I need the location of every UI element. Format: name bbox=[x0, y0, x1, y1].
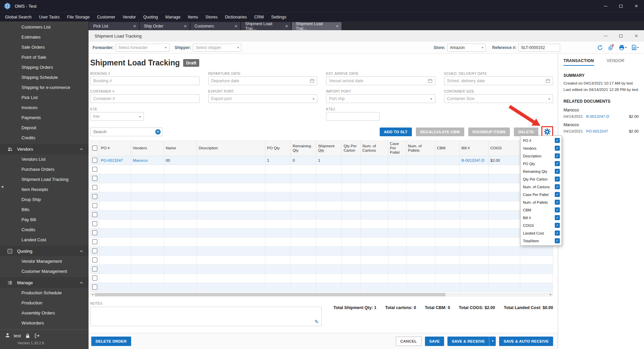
row-checkbox[interactable] bbox=[92, 158, 97, 163]
chooser-item-cbm[interactable]: CBM✓ bbox=[521, 206, 561, 214]
column-header-po-qty[interactable]: PO Qty bbox=[265, 141, 291, 156]
chooser-item-remaining-qty[interactable]: Remaining Qty✓ bbox=[521, 167, 561, 175]
chooser-item-bill[interactable]: Bill #✓ bbox=[521, 214, 561, 221]
sidebar-item-production-schedule[interactable]: Production Schedule bbox=[0, 288, 89, 298]
sidebar-item-pick-list[interactable]: Pick List bbox=[0, 93, 89, 103]
column-header-description[interactable]: Description bbox=[197, 141, 265, 156]
field-input-departure-date[interactable]: Departure date bbox=[208, 77, 318, 85]
row-checkbox[interactable] bbox=[92, 176, 97, 181]
document-ref-link[interactable]: PO-0013247 bbox=[586, 129, 608, 133]
close-icon[interactable]: ✕ bbox=[336, 24, 339, 29]
column-header-remaining-qty[interactable]: Remaining Qty bbox=[291, 141, 316, 156]
row-checkbox[interactable] bbox=[92, 203, 97, 208]
vendors-link[interactable]: Marocco bbox=[133, 158, 148, 162]
row-checkbox[interactable] bbox=[92, 212, 97, 217]
row-checkbox[interactable] bbox=[92, 239, 97, 244]
field-input-kte2[interactable] bbox=[326, 112, 380, 121]
app-maximize-button[interactable] bbox=[613, 0, 629, 12]
doc-minimize-button[interactable] bbox=[598, 30, 613, 42]
sidebar-item-bills[interactable]: Bills bbox=[0, 205, 89, 215]
row-checkbox[interactable] bbox=[92, 167, 97, 172]
field-input-sched-delivery-date[interactable]: Sched. delivery date bbox=[444, 77, 553, 85]
sidebar-item-payments[interactable]: Payments bbox=[0, 113, 89, 123]
checked-checkbox[interactable]: ✓ bbox=[555, 177, 560, 182]
menu-item-dictionaries[interactable]: Dictionaries bbox=[221, 12, 251, 21]
menu-item-items[interactable]: Items bbox=[184, 12, 202, 21]
menu-item-customer[interactable]: Customer bbox=[93, 12, 119, 21]
menu-item-vendor[interactable]: Vendor bbox=[119, 12, 140, 21]
sidebar-item-shipping-orders[interactable]: Shipping Orders bbox=[0, 62, 89, 72]
column-header-name[interactable]: Name bbox=[164, 141, 197, 156]
row-checkbox[interactable] bbox=[92, 230, 97, 235]
column-header-bill[interactable]: Bill # bbox=[460, 141, 488, 156]
select-all-checkbox[interactable] bbox=[92, 146, 97, 151]
sidebar-section-quoting[interactable]: ?Quoting bbox=[0, 246, 89, 256]
sidebar-item-drop-ship[interactable]: Drop Ship bbox=[0, 195, 89, 205]
menu-item-crm[interactable]: CRM bbox=[251, 12, 267, 21]
doc-maximize-button[interactable] bbox=[613, 30, 629, 42]
sidebar-item-sale-orders[interactable]: Sale Orders bbox=[0, 42, 89, 52]
column-header-cogs[interactable]: COGS bbox=[488, 141, 520, 156]
field-input-est-arrive-date[interactable]: Vessel arrival date bbox=[326, 77, 435, 85]
sidebar-item-customers-list[interactable]: Customers List bbox=[0, 22, 89, 32]
chooser-item-description[interactable]: Description✓ bbox=[521, 152, 561, 160]
close-icon[interactable]: ✕ bbox=[234, 24, 237, 29]
row-checkbox[interactable] bbox=[92, 194, 97, 199]
sidebar-item-deposit[interactable]: Deposit bbox=[0, 123, 89, 133]
tab-shipment-load-trac-3[interactable]: Shipment Load Trac...✕ bbox=[241, 22, 291, 30]
close-icon[interactable]: ✕ bbox=[285, 24, 288, 29]
chooser-item-cogs[interactable]: COGS✓ bbox=[521, 221, 561, 229]
sidebar-item-invoices[interactable]: Invoices bbox=[0, 103, 89, 113]
sidebar-item-pay-bill[interactable]: Pay Bill bbox=[0, 215, 89, 225]
sidebar-item-vendor-management[interactable]: Vendor Management bbox=[0, 256, 89, 266]
menu-item-file-storage[interactable]: File Storage bbox=[63, 12, 93, 21]
refresh-icon[interactable] bbox=[597, 45, 603, 51]
field-input-container[interactable]: Container # bbox=[90, 94, 200, 103]
chooser-item-vendors[interactable]: Vendors✓ bbox=[521, 144, 561, 152]
row-checkbox[interactable] bbox=[92, 266, 97, 271]
checked-checkbox[interactable]: ✓ bbox=[555, 161, 560, 166]
sidebar-collapse-arrow[interactable]: ◄ bbox=[0, 185, 4, 189]
checked-checkbox[interactable]: ✓ bbox=[555, 215, 560, 220]
store-select[interactable]: Amazon▾ bbox=[447, 44, 486, 52]
menu-item-global-search[interactable]: Global Search bbox=[1, 12, 35, 21]
logout-icon[interactable] bbox=[35, 333, 40, 338]
cancel-button[interactable]: CANCEL bbox=[396, 337, 422, 346]
forwarder-select[interactable]: Select forwarder▾ bbox=[116, 44, 169, 52]
scroll-left-arrow[interactable]: ◄ bbox=[91, 293, 94, 296]
tab-customers-2[interactable]: Customers✕ bbox=[191, 22, 240, 30]
field-input-booking[interactable]: Booking # bbox=[90, 77, 200, 85]
sidebar-item-item-receipts[interactable]: Item Receipts bbox=[0, 185, 89, 195]
sidebar-item-shipment-load-tracking[interactable]: Shipment Load Tracking bbox=[0, 174, 89, 185]
chooser-item-qty-per-carton[interactable]: Qty Per Carton✓ bbox=[521, 175, 561, 183]
delete-order-button[interactable]: DELETE ORDER bbox=[91, 337, 131, 346]
sidebar-item-landed-cost[interactable]: Landed Cost bbox=[0, 235, 89, 245]
column-header-po[interactable]: PO # bbox=[99, 141, 131, 156]
checked-checkbox[interactable]: ✓ bbox=[555, 184, 560, 189]
sidebar-item-assembly-orders[interactable]: Assembly Orders bbox=[0, 308, 89, 318]
checked-checkbox[interactable]: ✓ bbox=[555, 146, 560, 151]
checked-checkbox[interactable]: ✓ bbox=[555, 231, 560, 236]
export-document-icon[interactable]: ▾ bbox=[632, 45, 639, 50]
app-minimize-button[interactable] bbox=[598, 0, 613, 12]
chooser-item-po[interactable]: PO #✓ bbox=[521, 137, 561, 144]
sidebar-item-customer-management[interactable]: Customer Management bbox=[0, 266, 89, 277]
horizontal-scrollbar[interactable]: ◄ ► bbox=[90, 293, 553, 297]
attachments-icon[interactable]: 0 bbox=[608, 45, 614, 50]
checked-checkbox[interactable]: ✓ bbox=[555, 192, 560, 197]
sidebar-section-vendors[interactable]: Vendors bbox=[0, 144, 89, 154]
tab-transaction[interactable]: TRANSACTION bbox=[564, 58, 594, 66]
bill-link[interactable]: B-0013247-D bbox=[462, 158, 484, 162]
menu-item-settings[interactable]: Settings bbox=[267, 12, 290, 21]
chooser-item-po-qty[interactable]: PO Qty✓ bbox=[521, 160, 561, 167]
field-input-kte[interactable]: Kte▾ bbox=[90, 112, 144, 121]
lock-icon[interactable] bbox=[25, 333, 30, 338]
sidebar-item-workorders[interactable]: Workorders bbox=[0, 318, 89, 328]
chooser-item-num-of-pallets[interactable]: Num. of Pallets✓ bbox=[521, 198, 561, 206]
delete-button[interactable]: DELETE bbox=[514, 128, 538, 136]
sidebar-item-estimates[interactable]: Estimates bbox=[0, 32, 89, 42]
chooser-item-landed-cost[interactable]: Landed Cost✓ bbox=[521, 229, 561, 237]
field-input-container-size[interactable]: Container Size▾ bbox=[444, 94, 553, 103]
checked-checkbox[interactable]: ✓ bbox=[555, 207, 560, 212]
scrollbar-thumb[interactable] bbox=[95, 293, 445, 296]
